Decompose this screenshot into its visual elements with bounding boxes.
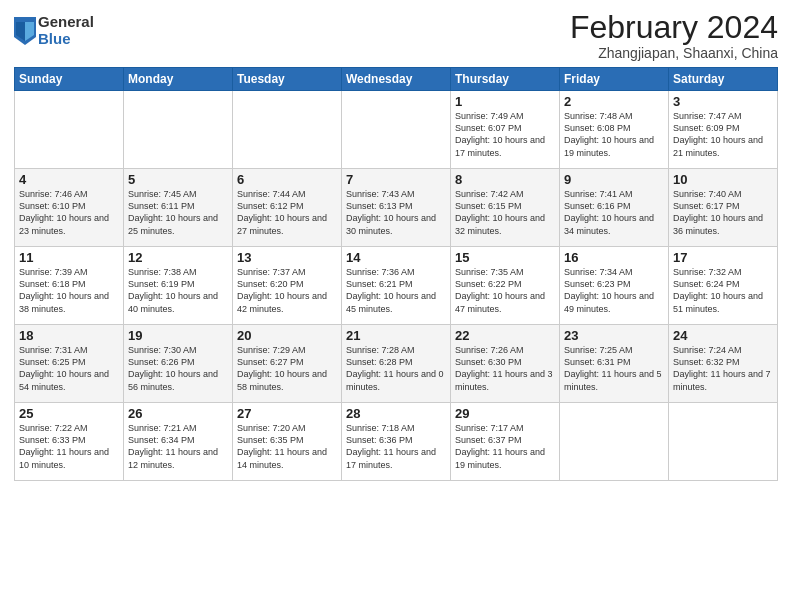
day-info-5: Sunrise: 7:45 AM Sunset: 6:11 PM Dayligh… [128, 188, 228, 237]
cell-w5-d1: 25Sunrise: 7:22 AM Sunset: 6:33 PM Dayli… [15, 403, 124, 481]
calendar-subtitle: Zhangjiapan, Shaanxi, China [570, 45, 778, 61]
calendar-body: 1Sunrise: 7:49 AM Sunset: 6:07 PM Daylig… [15, 91, 778, 481]
cell-w2-d4: 7Sunrise: 7:43 AM Sunset: 6:13 PM Daylig… [342, 169, 451, 247]
cell-w2-d5: 8Sunrise: 7:42 AM Sunset: 6:15 PM Daylig… [451, 169, 560, 247]
day-info-9: Sunrise: 7:41 AM Sunset: 6:16 PM Dayligh… [564, 188, 664, 237]
day-number-23: 23 [564, 328, 664, 343]
day-number-29: 29 [455, 406, 555, 421]
cell-w1-d2 [124, 91, 233, 169]
day-info-26: Sunrise: 7:21 AM Sunset: 6:34 PM Dayligh… [128, 422, 228, 471]
day-number-19: 19 [128, 328, 228, 343]
day-info-23: Sunrise: 7:25 AM Sunset: 6:31 PM Dayligh… [564, 344, 664, 393]
day-number-12: 12 [128, 250, 228, 265]
day-info-13: Sunrise: 7:37 AM Sunset: 6:20 PM Dayligh… [237, 266, 337, 315]
cell-w2-d2: 5Sunrise: 7:45 AM Sunset: 6:11 PM Daylig… [124, 169, 233, 247]
header-sunday: Sunday [15, 68, 124, 91]
day-number-9: 9 [564, 172, 664, 187]
cell-w1-d5: 1Sunrise: 7:49 AM Sunset: 6:07 PM Daylig… [451, 91, 560, 169]
day-number-26: 26 [128, 406, 228, 421]
logo: General Blue [14, 14, 94, 47]
day-info-14: Sunrise: 7:36 AM Sunset: 6:21 PM Dayligh… [346, 266, 446, 315]
day-info-19: Sunrise: 7:30 AM Sunset: 6:26 PM Dayligh… [128, 344, 228, 393]
cell-w5-d2: 26Sunrise: 7:21 AM Sunset: 6:34 PM Dayli… [124, 403, 233, 481]
cell-w1-d7: 3Sunrise: 7:47 AM Sunset: 6:09 PM Daylig… [669, 91, 778, 169]
day-number-28: 28 [346, 406, 446, 421]
day-info-11: Sunrise: 7:39 AM Sunset: 6:18 PM Dayligh… [19, 266, 119, 315]
cell-w3-d1: 11Sunrise: 7:39 AM Sunset: 6:18 PM Dayli… [15, 247, 124, 325]
cell-w4-d1: 18Sunrise: 7:31 AM Sunset: 6:25 PM Dayli… [15, 325, 124, 403]
title-block: February 2024 Zhangjiapan, Shaanxi, Chin… [570, 10, 778, 61]
day-info-17: Sunrise: 7:32 AM Sunset: 6:24 PM Dayligh… [673, 266, 773, 315]
day-header-row: Sunday Monday Tuesday Wednesday Thursday… [15, 68, 778, 91]
day-info-24: Sunrise: 7:24 AM Sunset: 6:32 PM Dayligh… [673, 344, 773, 393]
week-row-5: 25Sunrise: 7:22 AM Sunset: 6:33 PM Dayli… [15, 403, 778, 481]
day-info-6: Sunrise: 7:44 AM Sunset: 6:12 PM Dayligh… [237, 188, 337, 237]
cell-w5-d3: 27Sunrise: 7:20 AM Sunset: 6:35 PM Dayli… [233, 403, 342, 481]
header-wednesday: Wednesday [342, 68, 451, 91]
header-thursday: Thursday [451, 68, 560, 91]
cell-w3-d6: 16Sunrise: 7:34 AM Sunset: 6:23 PM Dayli… [560, 247, 669, 325]
day-number-4: 4 [19, 172, 119, 187]
cell-w4-d6: 23Sunrise: 7:25 AM Sunset: 6:31 PM Dayli… [560, 325, 669, 403]
cell-w1-d4 [342, 91, 451, 169]
cell-w4-d2: 19Sunrise: 7:30 AM Sunset: 6:26 PM Dayli… [124, 325, 233, 403]
cell-w4-d3: 20Sunrise: 7:29 AM Sunset: 6:27 PM Dayli… [233, 325, 342, 403]
day-info-10: Sunrise: 7:40 AM Sunset: 6:17 PM Dayligh… [673, 188, 773, 237]
day-info-18: Sunrise: 7:31 AM Sunset: 6:25 PM Dayligh… [19, 344, 119, 393]
cell-w3-d4: 14Sunrise: 7:36 AM Sunset: 6:21 PM Dayli… [342, 247, 451, 325]
cell-w4-d5: 22Sunrise: 7:26 AM Sunset: 6:30 PM Dayli… [451, 325, 560, 403]
cell-w2-d7: 10Sunrise: 7:40 AM Sunset: 6:17 PM Dayli… [669, 169, 778, 247]
day-info-3: Sunrise: 7:47 AM Sunset: 6:09 PM Dayligh… [673, 110, 773, 159]
day-info-4: Sunrise: 7:46 AM Sunset: 6:10 PM Dayligh… [19, 188, 119, 237]
header-tuesday: Tuesday [233, 68, 342, 91]
day-number-2: 2 [564, 94, 664, 109]
day-info-27: Sunrise: 7:20 AM Sunset: 6:35 PM Dayligh… [237, 422, 337, 471]
cell-w2-d1: 4Sunrise: 7:46 AM Sunset: 6:10 PM Daylig… [15, 169, 124, 247]
cell-w3-d5: 15Sunrise: 7:35 AM Sunset: 6:22 PM Dayli… [451, 247, 560, 325]
day-number-22: 22 [455, 328, 555, 343]
day-number-27: 27 [237, 406, 337, 421]
logo-blue: Blue [38, 31, 94, 48]
week-row-2: 4Sunrise: 7:46 AM Sunset: 6:10 PM Daylig… [15, 169, 778, 247]
logo-general: General [38, 14, 94, 31]
header-friday: Friday [560, 68, 669, 91]
day-number-11: 11 [19, 250, 119, 265]
day-number-5: 5 [128, 172, 228, 187]
header-monday: Monday [124, 68, 233, 91]
day-number-3: 3 [673, 94, 773, 109]
day-info-15: Sunrise: 7:35 AM Sunset: 6:22 PM Dayligh… [455, 266, 555, 315]
day-number-20: 20 [237, 328, 337, 343]
day-number-14: 14 [346, 250, 446, 265]
day-number-25: 25 [19, 406, 119, 421]
cell-w2-d6: 9Sunrise: 7:41 AM Sunset: 6:16 PM Daylig… [560, 169, 669, 247]
header: General Blue February 2024 Zhangjiapan, … [14, 10, 778, 61]
day-number-13: 13 [237, 250, 337, 265]
day-info-21: Sunrise: 7:28 AM Sunset: 6:28 PM Dayligh… [346, 344, 446, 393]
day-number-21: 21 [346, 328, 446, 343]
day-info-20: Sunrise: 7:29 AM Sunset: 6:27 PM Dayligh… [237, 344, 337, 393]
day-number-7: 7 [346, 172, 446, 187]
day-info-16: Sunrise: 7:34 AM Sunset: 6:23 PM Dayligh… [564, 266, 664, 315]
day-info-2: Sunrise: 7:48 AM Sunset: 6:08 PM Dayligh… [564, 110, 664, 159]
day-number-1: 1 [455, 94, 555, 109]
cell-w5-d6 [560, 403, 669, 481]
day-number-6: 6 [237, 172, 337, 187]
day-number-18: 18 [19, 328, 119, 343]
week-row-4: 18Sunrise: 7:31 AM Sunset: 6:25 PM Dayli… [15, 325, 778, 403]
day-info-12: Sunrise: 7:38 AM Sunset: 6:19 PM Dayligh… [128, 266, 228, 315]
day-number-16: 16 [564, 250, 664, 265]
cell-w5-d5: 29Sunrise: 7:17 AM Sunset: 6:37 PM Dayli… [451, 403, 560, 481]
cell-w3-d3: 13Sunrise: 7:37 AM Sunset: 6:20 PM Dayli… [233, 247, 342, 325]
cell-w4-d4: 21Sunrise: 7:28 AM Sunset: 6:28 PM Dayli… [342, 325, 451, 403]
cell-w1-d6: 2Sunrise: 7:48 AM Sunset: 6:08 PM Daylig… [560, 91, 669, 169]
day-info-28: Sunrise: 7:18 AM Sunset: 6:36 PM Dayligh… [346, 422, 446, 471]
day-number-10: 10 [673, 172, 773, 187]
day-number-15: 15 [455, 250, 555, 265]
day-info-7: Sunrise: 7:43 AM Sunset: 6:13 PM Dayligh… [346, 188, 446, 237]
cell-w3-d7: 17Sunrise: 7:32 AM Sunset: 6:24 PM Dayli… [669, 247, 778, 325]
cell-w1-d3 [233, 91, 342, 169]
day-info-1: Sunrise: 7:49 AM Sunset: 6:07 PM Dayligh… [455, 110, 555, 159]
logo-icon [14, 17, 36, 45]
cell-w5-d7 [669, 403, 778, 481]
week-row-3: 11Sunrise: 7:39 AM Sunset: 6:18 PM Dayli… [15, 247, 778, 325]
